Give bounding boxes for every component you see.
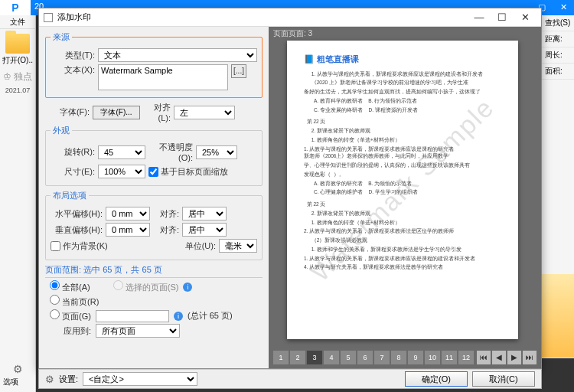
dialog-min-button[interactable]: — [468, 11, 491, 23]
preset-select[interactable]: <自定义> [83, 372, 197, 386]
rotate-label: 旋转(R): [51, 146, 95, 158]
as-background-input[interactable] [51, 241, 60, 251]
ok-button[interactable]: 确定(O) [405, 371, 468, 387]
rotate-select[interactable]: 45 [98, 145, 145, 159]
watermark-text-input[interactable]: Watermark Sample [98, 64, 228, 90]
date-label: 2021.07 [0, 87, 35, 94]
text-label: 文本(X): [51, 64, 95, 76]
font-button[interactable]: 字体(F)... [93, 106, 140, 119]
radio-current[interactable]: 当前页(R) [50, 295, 99, 308]
nav-prev-icon[interactable]: ◀ [492, 351, 506, 364]
radio-pages[interactable]: 页面(G) [50, 309, 91, 322]
page-12[interactable]: 12 [458, 351, 474, 364]
page-navigator: 1 2 3 4 5 6 7 8 9 10 11 12 ⏮ ◀ ▶ ⏭ [273, 350, 536, 365]
halign-select[interactable]: 居中 [182, 207, 227, 220]
valign-select[interactable]: 居中 [182, 223, 227, 237]
page-2[interactable]: 2 [290, 351, 305, 364]
scale-checkbox[interactable]: 基于目标页面缩放 [148, 166, 228, 178]
voffset-select[interactable]: 0 mm [106, 223, 150, 237]
app-logo: P [0, 0, 31, 15]
radio-all[interactable]: 全部(A) [50, 280, 90, 293]
nav-last-icon[interactable]: ⏭ [523, 351, 536, 364]
settings-panel: 来源 类型(T): 文本 文本(X): Watermark Sample [..… [39, 27, 269, 368]
text-align-select[interactable]: 左 [174, 106, 235, 119]
star-icon[interactable]: ♔ 独点 [0, 70, 35, 83]
layout-group: 布局选项 水平偏移(H): 0 mm 对齐: 居中 垂直偏移(H): 0 mm … [45, 190, 263, 260]
page-brand: 📘 粗笔直播课 [304, 53, 501, 66]
page-1[interactable]: 1 [273, 351, 289, 364]
page-11[interactable]: 11 [442, 351, 457, 364]
folder-icon[interactable] [5, 34, 30, 54]
preview-header: 页面页面: 3 [273, 28, 312, 39]
page-10[interactable]: 10 [425, 351, 440, 364]
find-label[interactable]: 查找(S) [542, 15, 574, 31]
text-expand-button[interactable]: [...] [231, 64, 246, 78]
size-select[interactable]: 100% [98, 165, 145, 178]
hoffset-select[interactable]: 0 mm [106, 207, 150, 220]
unit-select[interactable]: 毫米 [219, 239, 257, 253]
dialog-titlebar: 添加水印 — ☐ ✕ [39, 8, 541, 27]
scale-checkbox-input[interactable] [148, 167, 158, 177]
as-background-checkbox[interactable]: 作为背景(K) [51, 240, 108, 252]
source-legend: 来源 [51, 31, 72, 43]
right-thumbnail [542, 274, 574, 358]
dialog-footer: ⚙ 设置: <自定义> 确定(O) 取消(C) [38, 369, 542, 389]
type-select[interactable]: 文本 [98, 48, 257, 62]
menu-file[interactable]: 文件 [0, 15, 35, 29]
page-7[interactable]: 7 [374, 351, 390, 364]
nav-next-icon[interactable]: ▶ [507, 351, 521, 364]
page-3[interactable]: 3 [307, 351, 322, 364]
dialog-max-button[interactable]: ☐ [491, 11, 514, 23]
page-8[interactable]: 8 [391, 351, 406, 364]
cancel-button[interactable]: 取消(C) [472, 371, 535, 387]
page-4[interactable]: 4 [324, 351, 339, 364]
dialog-icon [44, 13, 53, 22]
parent-left-sidebar: 文件 打开(O).. ♔ 独点 2021.07 ⚙ 选项 [0, 15, 36, 392]
halign-label: 对齐: [153, 208, 179, 220]
preview-panel: 页面页面: 3 📘 粗笔直播课 1. 从教学与课程的关系看，新课程要求教师应该是… [269, 27, 541, 368]
hoffset-label: 水平偏移(H): [51, 208, 103, 220]
appearance-group: 外观 旋转(R): 45 不透明度(O): 25% 尺寸(E): 100% 基于… [45, 125, 263, 186]
distance-label: 距离: [542, 31, 574, 47]
info-icon[interactable]: i [183, 283, 192, 292]
dialog-title: 添加水印 [57, 11, 91, 23]
settings-gear-icon[interactable]: ⚙ [0, 363, 36, 375]
parent-close-icon[interactable]: ✕ [553, 0, 574, 14]
radio-selected[interactable]: 选择的页面(S) [113, 280, 179, 293]
watermark-dialog: 添加水印 — ☐ ✕ 来源 类型(T): 文本 文本(X): Watermark… [38, 8, 542, 369]
opacity-label: 不透明度(O): [148, 142, 193, 162]
unit-label: 单位(U): [185, 240, 216, 252]
font-label: 字体(F): [45, 106, 90, 118]
appearance-legend: 外观 [51, 125, 72, 136]
page-9[interactable]: 9 [408, 351, 423, 364]
page-5[interactable]: 5 [341, 351, 356, 364]
page-range-title: 页面范围: 选中 65 页，共 65 页 [45, 264, 263, 278]
options-label[interactable]: 选项 [3, 377, 18, 387]
open-label[interactable]: 打开(O).. [0, 55, 35, 66]
opacity-select[interactable]: 25% [196, 145, 237, 159]
preview-page: 📘 粗笔直播课 1. 从教学与课程的关系看，新课程要求教师应该是课程的建设者和开… [287, 41, 518, 339]
area-label: 面积: [542, 64, 574, 80]
apply-to-select[interactable]: 所有页面 [96, 324, 180, 338]
footer-gear-icon[interactable]: ⚙ [45, 374, 54, 385]
page-6[interactable]: 6 [357, 351, 373, 364]
settings-label: 设置: [59, 374, 78, 385]
apply-to-label: 应用到: [64, 325, 91, 337]
text-align-label: 对齐(L): [143, 102, 171, 122]
nav-first-icon[interactable]: ⏮ [477, 351, 491, 364]
type-label: 类型(T): [51, 50, 95, 61]
valign-label: 对齐: [153, 224, 179, 236]
source-group: 来源 类型(T): 文本 文本(X): Watermark Sample [..… [45, 31, 263, 98]
parent-right-sidebar: 查找(S) 距离: 周长: 面积: [541, 15, 574, 358]
info-icon-2[interactable]: i [174, 312, 183, 321]
dialog-close-button[interactable]: ✕ [514, 11, 536, 23]
layout-legend: 布局选项 [51, 190, 89, 201]
pages-input[interactable] [96, 310, 169, 322]
total-pages-label: (总计 65 页) [188, 310, 233, 322]
perimeter-label: 周长: [542, 47, 574, 64]
voffset-label: 垂直偏移(H): [51, 224, 103, 236]
size-label: 尺寸(E): [51, 166, 95, 178]
